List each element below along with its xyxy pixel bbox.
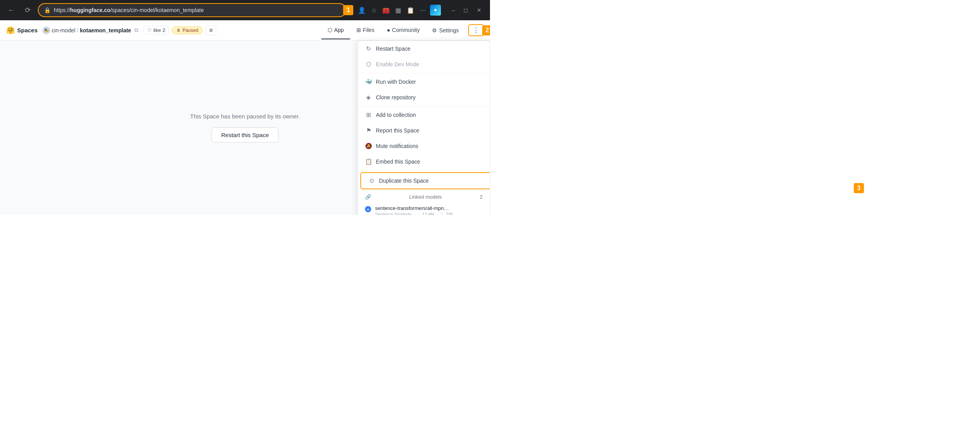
close-button[interactable]: ✕	[473, 5, 485, 15]
dropdown-menu: ↻ Restart Space ⬡ Enable Dev Mode 🐳 Run …	[358, 41, 490, 215]
nav-tabs: ⬡ App ⊞ Files ● Community ⚙ Settings ⋮ 2	[321, 21, 484, 39]
copilot-icon[interactable]: ✦	[430, 5, 441, 16]
dev-mode-icon: ⬡	[365, 61, 372, 68]
breadcrumb: 🎭 cin-model / kotaemon_template ⧉	[42, 26, 140, 34]
spaces-logo: 🤗 Spaces	[6, 26, 38, 35]
mute-icon: 🔕	[365, 143, 372, 150]
top-nav: 🤗 Spaces 🎭 cin-model / kotaemon_template…	[0, 20, 490, 41]
maximize-button[interactable]: ◻	[460, 5, 472, 15]
model-name-1: sentence-transformers/all-mpn…	[375, 205, 483, 211]
minimize-button[interactable]: –	[448, 5, 459, 15]
clone-icon: ◈	[365, 94, 372, 101]
run-with-docker-menu-item[interactable]: 🐳 Run with Docker	[358, 74, 490, 90]
settings-icon: ⚙	[432, 27, 437, 33]
spaces-label: Spaces	[17, 27, 38, 33]
linked-models-section: 🔗 Linked models 2 ● sentence-transformer…	[358, 191, 490, 215]
paused-message: This Space has been paused by its owner.	[190, 113, 300, 120]
model-dot-1: ●	[365, 206, 371, 212]
flag-icon: ⚑	[365, 127, 372, 134]
model-likes-1: 795	[446, 212, 453, 215]
repo-name[interactable]: kotaemon_template	[80, 27, 131, 33]
paused-badge: ⏸ Paused	[172, 26, 203, 34]
restart-space-button[interactable]: Restart this Space	[212, 127, 279, 143]
heart-icon: ♡	[147, 27, 152, 33]
badge-2: 2	[482, 25, 490, 35]
menu-divider-1	[358, 73, 490, 73]
tab-community[interactable]: ● Community	[381, 21, 426, 39]
model-likes-icon-1: ♡	[440, 212, 444, 215]
forward-button[interactable]: ⟳	[22, 4, 34, 16]
linked-models-header: 🔗 Linked models 2	[365, 194, 483, 200]
restart-icon: ↻	[365, 45, 372, 52]
model-downloads-icon-1: ↓	[418, 212, 420, 215]
restart-space-menu-item[interactable]: ↻ Restart Space	[358, 41, 490, 56]
paused-dot: ⏸	[176, 28, 181, 33]
star-icon[interactable]: ☆	[370, 5, 378, 16]
more-options-icon[interactable]: ⋯	[418, 5, 428, 16]
org-avatar: 🎭	[42, 26, 50, 34]
main-content: This Space has been paused by its owner.…	[0, 41, 490, 215]
enable-dev-mode-menu-item[interactable]: ⬡ Enable Dev Mode	[358, 56, 490, 72]
profile-icon[interactable]: 👤	[356, 5, 367, 16]
back-button[interactable]: ←	[5, 5, 18, 16]
favorites-icon[interactable]: 📋	[405, 5, 416, 16]
org-name[interactable]: cin-model	[52, 27, 76, 33]
linked-models-label: Linked models	[409, 194, 442, 200]
lock-icon: 🔒	[44, 7, 51, 13]
address-bar-wrapper: 🔒 https://huggingface.co/spaces/cin-mode…	[38, 3, 346, 17]
more-button[interactable]: ⋮	[468, 24, 484, 36]
model-info-1: sentence-transformers/all-mpn… Sentence …	[375, 205, 483, 215]
menu-divider-3	[358, 170, 490, 171]
model-category-1: Sentence Similarity	[375, 212, 412, 215]
collection-icon: ⊞	[365, 111, 372, 118]
tab-app[interactable]: ⬡ App	[321, 21, 350, 39]
model-meta-1: Sentence Similarity · ↓ 13.4M · ♡ 795	[375, 212, 483, 215]
window-controls: – ◻ ✕	[448, 5, 485, 15]
community-icon: ●	[387, 27, 390, 33]
model-downloads-1: 13.4M	[422, 212, 434, 215]
duplicate-space-menu-item[interactable]: ⊙ Duplicate this Space	[360, 172, 490, 189]
model-item-1[interactable]: ● sentence-transformers/all-mpn… Sentenc…	[365, 203, 483, 215]
spaces-emoji: 🤗	[6, 26, 15, 35]
address-url: https://huggingface.co/spaces/cin-model/…	[54, 7, 204, 13]
files-icon: ⊞	[356, 27, 361, 33]
like-count: 2	[162, 27, 165, 33]
extensions-icon[interactable]: 🧰	[381, 5, 391, 16]
like-label: like	[153, 27, 161, 33]
linked-models-count: 2	[480, 194, 483, 200]
queue-button[interactable]: ≡	[206, 25, 216, 35]
tab-settings[interactable]: ⚙ Settings	[426, 22, 465, 39]
mute-notifications-menu-item[interactable]: 🔕 Mute notifications	[358, 138, 490, 154]
browser-chrome: ← ⟳ 🔒 https://huggingface.co/spaces/cin-…	[0, 0, 490, 20]
duplicate-icon: ⊙	[368, 177, 375, 184]
badge-1: 1	[343, 5, 353, 15]
report-space-menu-item[interactable]: ⚑ Report this Space	[358, 123, 490, 138]
paused-label: Paused	[182, 28, 198, 33]
docker-icon: 🐳	[365, 78, 372, 85]
menu-divider-2	[358, 106, 490, 106]
address-bar[interactable]: 🔒 https://huggingface.co/spaces/cin-mode…	[38, 3, 346, 17]
embed-icon: 📋	[365, 158, 372, 165]
embed-space-menu-item[interactable]: 📋 Embed this Space	[358, 154, 490, 169]
app-icon: ⬡	[328, 27, 332, 33]
copy-button[interactable]: ⧉	[133, 27, 140, 33]
browser-actions: 👤 ☆ 🧰 ▦ 📋 ⋯ ✦	[356, 5, 441, 16]
clone-repository-menu-item[interactable]: ◈ Clone repository	[358, 90, 490, 105]
add-to-collection-menu-item[interactable]: ⊞ Add to collection	[358, 107, 490, 123]
like-button[interactable]: ♡ like 2	[144, 26, 169, 35]
linked-models-icon: 🔗	[365, 194, 371, 200]
tab-files[interactable]: ⊞ Files	[350, 21, 381, 39]
split-view-icon[interactable]: ▦	[394, 5, 403, 16]
